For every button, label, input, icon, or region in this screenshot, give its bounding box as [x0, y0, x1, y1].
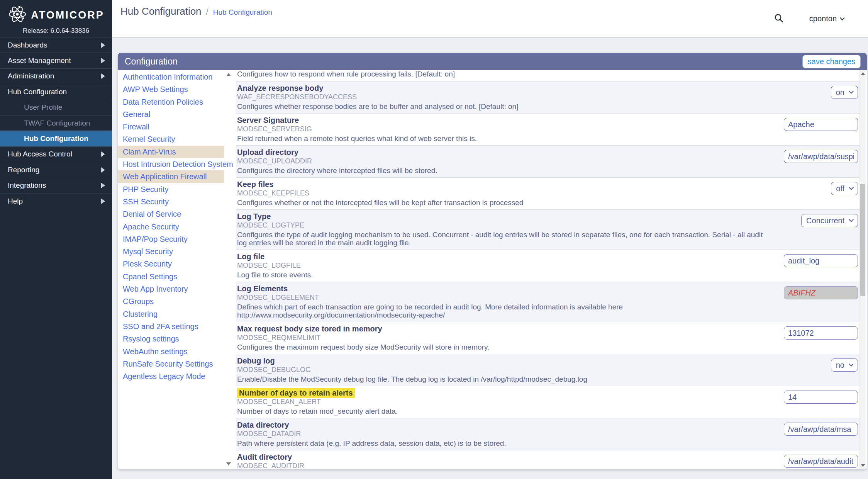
category-link[interactable]: WebAuthn settings	[118, 345, 224, 358]
setting-control: no	[831, 358, 858, 372]
setting-input[interactable]	[784, 423, 858, 436]
panel-title: Configuration	[125, 56, 802, 67]
select-value: off	[836, 184, 844, 193]
category-link[interactable]: Clustering	[118, 308, 224, 320]
category-link[interactable]: IMAP/Pop Security	[118, 233, 224, 245]
setting-select[interactable]: off	[831, 182, 858, 195]
category-link[interactable]: Kernel Security	[118, 133, 224, 145]
sidebar-item-label: User Profile	[24, 103, 62, 112]
sidebar-menu: Dashboards Asset Management Administrati…	[0, 37, 112, 209]
scroll-up-icon[interactable]	[226, 73, 231, 76]
chevron-right-icon	[101, 151, 105, 157]
category-link[interactable]: Denial of Service	[118, 208, 224, 220]
category-label: Denial of Service	[123, 210, 181, 218]
setting-input[interactable]	[784, 254, 858, 267]
sidebar-item-label: Help	[8, 197, 23, 206]
category-link[interactable]: Host Intrusion Detection System	[118, 158, 224, 170]
setting-input[interactable]	[784, 118, 858, 131]
category-link[interactable]: Mysql Security	[118, 245, 224, 258]
setting-input[interactable]	[784, 286, 858, 299]
save-changes-button[interactable]: save changes	[802, 55, 861, 68]
category-label: SSO and 2FA settings	[123, 322, 198, 331]
setting-description: Configures the directory where intercept…	[237, 166, 771, 175]
category-label: CGroups	[123, 297, 154, 306]
sidebar-menu-item[interactable]: Hub Access Control	[0, 146, 112, 162]
scrollbar-thumb[interactable]	[860, 184, 865, 296]
category-link[interactable]: SSH Security	[118, 195, 224, 208]
scroll-down-icon[interactable]	[861, 464, 865, 467]
sidebar-menu-item[interactable]: Hub Configuration	[0, 84, 112, 99]
setting-control	[784, 254, 858, 267]
category-link[interactable]: Rsyslog settings	[118, 333, 224, 345]
setting-control	[784, 150, 858, 163]
sidebar-menu-item[interactable]: Dashboards	[0, 37, 112, 53]
category-label: Kernel Security	[123, 135, 175, 143]
category-link[interactable]: RunSafe Security Settings	[118, 358, 224, 370]
search-icon[interactable]	[774, 13, 784, 25]
setting-description: Enable/Disable the ModSecurity debug log…	[237, 375, 771, 383]
chevron-right-icon	[101, 73, 105, 79]
setting-input[interactable]	[784, 326, 858, 340]
setting-row: Analyze response body WAF_SECRESPONSEBOD…	[236, 82, 860, 114]
setting-env-var: MODSEC_LOGTYPE	[237, 222, 771, 229]
setting-control: on	[831, 86, 858, 99]
sidebar-item-label: Hub Access Control	[8, 150, 72, 158]
category-link[interactable]: General	[118, 108, 224, 121]
setting-select[interactable]: on	[831, 86, 858, 99]
select-value: no	[836, 361, 844, 370]
category-label: Cpanel Settings	[123, 272, 177, 281]
topbar: Hub Configuration / Hub Configuration cp…	[112, 0, 868, 37]
setting-input[interactable]	[784, 150, 858, 163]
sidebar-menu-item[interactable]: User Profile	[0, 100, 112, 115]
sidebar-menu-item[interactable]: Asset Management	[0, 53, 112, 68]
setting-control: Concurrent	[801, 214, 858, 227]
sidebar-menu-item[interactable]: TWAF Configuration	[0, 115, 112, 131]
scroll-down-icon[interactable]	[226, 462, 231, 465]
category-link[interactable]: AWP Web Settings	[118, 83, 224, 95]
sidebar-item-label: Reporting	[8, 166, 39, 174]
scroll-up-icon[interactable]	[861, 72, 865, 75]
setting-input[interactable]	[784, 391, 858, 404]
settings-scrollbar[interactable]	[860, 70, 866, 469]
setting-title: Upload directory	[237, 148, 771, 156]
setting-title: Audit directory	[237, 453, 771, 461]
category-scrollbar[interactable]	[226, 70, 231, 469]
setting-row: Data directory MODSEC_DATADIR Path where…	[236, 418, 860, 450]
category-link[interactable]: Plesk Security	[118, 258, 224, 270]
sidebar: ATOMICORP Release: 6.0.64-33836 Dashboar…	[0, 0, 112, 479]
breadcrumb-current-link[interactable]: Hub Configuration	[213, 8, 272, 17]
setting-select[interactable]: Concurrent	[801, 214, 858, 227]
category-label: General	[123, 110, 150, 119]
sidebar-menu-item[interactable]: Reporting	[0, 162, 112, 177]
category-link[interactable]: Authentication Information	[118, 71, 224, 83]
user-menu[interactable]: cponton	[809, 14, 844, 23]
category-link[interactable]: Web App Inventory	[118, 283, 224, 295]
setting-select[interactable]: no	[831, 358, 858, 372]
category-link[interactable]: Clam Anti-Virus	[118, 146, 224, 158]
setting-input[interactable]	[784, 455, 858, 468]
setting-description: Path where persistent data (e.g. IP addr…	[237, 439, 771, 447]
category-link[interactable]: PHP Security	[118, 183, 224, 195]
atomicorp-logo-icon	[8, 5, 27, 25]
setting-description: Configures whether or not the intercepte…	[237, 199, 771, 207]
category-link[interactable]: SSO and 2FA settings	[118, 320, 224, 333]
sidebar-menu-item[interactable]: Administration	[0, 68, 112, 84]
category-link[interactable]: Web Application Firewall	[118, 170, 224, 183]
setting-env-var: MODSEC_LOGELEMENT	[237, 294, 771, 301]
category-link[interactable]: Firewall	[118, 121, 224, 133]
setting-env-var: MODSEC_DATADIR	[237, 430, 771, 438]
setting-env-var: WAF_SECRESPONSEBODYACCESS	[237, 93, 771, 101]
setting-control	[784, 286, 858, 299]
category-link[interactable]: Cpanel Settings	[118, 270, 224, 283]
sidebar-menu-item[interactable]: Hub Configuration	[0, 131, 112, 146]
sidebar-menu-item[interactable]: Help	[0, 193, 112, 209]
setting-description: Field returned when a remote host querie…	[237, 134, 771, 143]
sidebar-menu-item[interactable]: Integrations	[0, 178, 112, 193]
setting-row: Max request body size tored in memory MO…	[236, 322, 860, 354]
category-link[interactable]: Apache Security	[118, 221, 224, 233]
category-link[interactable]: Agentless Legacy Mode	[118, 370, 224, 382]
category-link[interactable]: Data Retention Policies	[118, 96, 224, 108]
category-link[interactable]: CGroups	[118, 295, 224, 307]
category-label: Authentication Information	[123, 73, 212, 81]
category-label: RunSafe Security Settings	[123, 360, 213, 368]
